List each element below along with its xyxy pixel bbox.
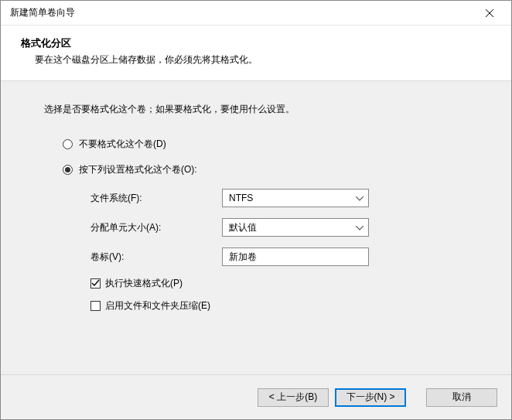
filesystem-row: 文件系统(F): NTFS — [90, 189, 459, 207]
radio-no-format[interactable]: 不要格式化这个卷(D) — [63, 138, 490, 151]
format-settings: 文件系统(F): NTFS 分配单元大小(A): 默认值 — [63, 189, 490, 312]
close-icon — [486, 7, 493, 19]
volume-label-label: 卷标(V): — [90, 251, 222, 264]
chevron-down-icon — [356, 222, 364, 233]
wizard-window: 新建简单卷向导 格式化分区 要在这个磁盘分区上储存数据，你必须先将其格式化。 选… — [0, 0, 512, 420]
volume-label-input[interactable] — [229, 251, 362, 262]
filesystem-value: NTFS — [229, 193, 253, 203]
checkbox-icon — [90, 301, 101, 311]
format-radio-group: 不要格式化这个卷(D) 按下列设置格式化这个卷(O): 文件系统(F): NTF… — [44, 138, 490, 312]
compression-label: 启用文件和文件夹压缩(E) — [105, 299, 210, 312]
radio-format-with-settings[interactable]: 按下列设置格式化这个卷(O): — [63, 163, 490, 176]
back-button[interactable]: < 上一步(B) — [258, 388, 329, 407]
radio-no-format-label: 不要格式化这个卷(D) — [79, 138, 166, 151]
instruction-text: 选择是否要格式化这个卷；如果要格式化，要使用什么设置。 — [44, 103, 490, 116]
radio-icon — [63, 165, 73, 175]
chevron-down-icon — [356, 193, 364, 203]
filesystem-label: 文件系统(F): — [90, 192, 222, 205]
radio-selected-dot — [65, 167, 70, 172]
page-title: 格式化分区 — [21, 36, 497, 50]
next-button[interactable]: 下一步(N) > — [335, 388, 406, 407]
volume-label-row: 卷标(V): — [90, 248, 459, 266]
checkbox-icon — [90, 278, 101, 289]
radio-format-label: 按下列设置格式化这个卷(O): — [79, 163, 197, 176]
filesystem-select[interactable]: NTFS — [222, 189, 369, 207]
quick-format-checkbox[interactable]: 执行快速格式化(P) — [90, 277, 459, 290]
titlebar: 新建简单卷向导 — [1, 1, 511, 26]
wizard-footer: < 上一步(B) 下一步(N) > 取消 — [1, 374, 511, 419]
volume-label-input-wrapper — [222, 248, 369, 266]
close-button[interactable] — [474, 2, 505, 24]
allocation-row: 分配单元大小(A): 默认值 — [90, 218, 459, 237]
wizard-content: 选择是否要格式化这个卷；如果要格式化，要使用什么设置。 不要格式化这个卷(D) … — [1, 81, 511, 374]
allocation-value: 默认值 — [229, 221, 257, 234]
window-title: 新建简单卷向导 — [10, 6, 474, 19]
quick-format-label: 执行快速格式化(P) — [105, 277, 183, 290]
allocation-select[interactable]: 默认值 — [222, 218, 369, 237]
compression-checkbox[interactable]: 启用文件和文件夹压缩(E) — [90, 299, 459, 312]
wizard-header: 格式化分区 要在这个磁盘分区上储存数据，你必须先将其格式化。 — [1, 26, 511, 81]
cancel-button[interactable]: 取消 — [426, 388, 497, 407]
allocation-label: 分配单元大小(A): — [90, 221, 222, 234]
radio-icon — [63, 139, 73, 149]
page-subtitle: 要在这个磁盘分区上储存数据，你必须先将其格式化。 — [21, 53, 497, 67]
